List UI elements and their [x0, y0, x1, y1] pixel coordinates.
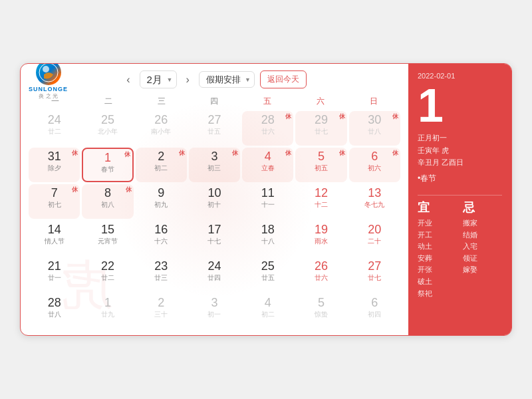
day-cell[interactable]: 10初十	[189, 184, 240, 219]
day-cell[interactable]: 20二十	[349, 221, 400, 255]
holiday-tag: 休	[285, 149, 291, 158]
calendar-header: SUNLONGE 炎 之 光 ‹ 2月 › 假期安排 返回今天	[29, 70, 400, 88]
day-number: 1	[104, 296, 111, 311]
day-number: 28	[261, 113, 275, 128]
day-cell[interactable]: 28廿八	[29, 294, 80, 329]
day-cell[interactable]: 27廿七	[349, 257, 400, 292]
day-cell[interactable]: 休3初三	[189, 148, 240, 182]
day-cell[interactable]: 9初九	[136, 184, 187, 219]
holiday-tag: 休	[72, 186, 78, 194]
day-number: 6	[371, 150, 378, 164]
day-cell[interactable]: 24廿二	[29, 111, 80, 146]
day-number: 13	[368, 186, 381, 201]
day-number: 12	[315, 186, 328, 201]
day-cell[interactable]: 16十六	[136, 221, 187, 255]
day-cell[interactable]: 18十八	[242, 221, 293, 255]
day-cell[interactable]: 26南小年	[136, 111, 187, 146]
day-cell[interactable]: 休6初六	[349, 148, 400, 182]
day-cell[interactable]: 休2初二	[136, 148, 187, 182]
day-cell[interactable]: 休7初七	[29, 184, 80, 219]
day-cell[interactable]: 1廿九	[82, 294, 133, 329]
day-lunar: 初七	[48, 201, 61, 209]
day-cell[interactable]: 21廿一	[29, 257, 80, 292]
day-lunar: 情人节	[45, 237, 65, 245]
month-select[interactable]: 2月	[140, 70, 177, 88]
holiday-select[interactable]: 假期安排	[199, 71, 255, 88]
next-month-button[interactable]: ›	[182, 72, 194, 87]
day-cell[interactable]: 5惊蛰	[295, 294, 346, 329]
holiday-select-wrap: 假期安排	[199, 71, 255, 88]
day-lunar: 北小年	[98, 128, 118, 136]
day-lunar: 冬七九	[364, 201, 384, 209]
day-cell[interactable]: 休31除夕	[29, 148, 80, 182]
day-cell[interactable]: 22廿二	[82, 257, 133, 292]
day-lunar: 初一	[207, 311, 221, 319]
day-cell[interactable]: 休8初八	[82, 184, 133, 219]
holiday-tag: 休	[392, 149, 398, 158]
lunar-line3: 辛丑月 乙酉日	[418, 156, 502, 169]
logo-circle	[36, 64, 61, 85]
day-cell[interactable]: 6初四	[349, 294, 400, 329]
day-cell[interactable]: 4初二	[242, 294, 293, 329]
day-cell[interactable]: 2三十	[136, 294, 187, 329]
day-lunar: 初十	[207, 201, 221, 209]
days-grid: 24廿二25北小年26南小年27廿五休28廿六休29廿七休30廿八休31除夕休1…	[29, 111, 400, 329]
weekday-sun: 日	[347, 94, 400, 109]
day-cell[interactable]: 17十七	[189, 221, 240, 255]
day-number: 26	[315, 259, 328, 274]
day-number: 1	[104, 151, 111, 166]
ji-items: 搬家结婚入宅领证嫁娶	[463, 217, 503, 276]
day-number: 29	[315, 113, 328, 128]
day-cell[interactable]: 13冬七九	[349, 184, 400, 219]
calendar-main: 虎 SUNLONGE 炎 之 光 ‹ 2月 ›	[21, 64, 408, 335]
sidebar-date: 2022-02-01	[418, 72, 502, 80]
day-lunar: 初九	[154, 201, 168, 209]
day-cell[interactable]: 19雨水	[295, 221, 346, 255]
day-lunar: 十六	[154, 237, 168, 245]
day-number: 21	[48, 259, 61, 274]
day-lunar: 初二	[261, 311, 275, 319]
day-lunar: 十一	[261, 201, 275, 209]
day-cell[interactable]: 27廿五	[189, 111, 240, 146]
day-number: 24	[48, 113, 61, 128]
day-cell[interactable]: 12十二	[295, 184, 346, 219]
day-cell[interactable]: 休1春节	[82, 148, 133, 182]
day-number: 25	[261, 259, 275, 274]
ji-item: 搬家	[463, 217, 503, 229]
ji-column: 忌 搬家结婚入宅领证嫁娶	[463, 200, 503, 299]
weekday-thu: 四	[188, 94, 241, 109]
day-lunar: 廿七	[368, 274, 381, 282]
day-cell[interactable]: 15元宵节	[82, 221, 133, 255]
holiday-tag: 休	[126, 186, 132, 194]
day-number: 2	[158, 150, 164, 164]
day-cell[interactable]: 休28廿六	[242, 111, 293, 146]
svg-point-1	[43, 66, 49, 72]
day-cell[interactable]: 休30廿八	[349, 111, 400, 146]
sidebar: 2022-02-01 1 正月初一 壬寅年 虎 辛丑月 乙酉日 •春节 宜 开业…	[408, 64, 511, 335]
day-cell[interactable]: 11十一	[242, 184, 293, 219]
day-cell[interactable]: 14情人节	[29, 221, 80, 255]
day-cell[interactable]: 23廿三	[136, 257, 187, 292]
day-cell[interactable]: 25廿五	[242, 257, 293, 292]
day-lunar: 廿八	[48, 311, 61, 319]
day-cell[interactable]: 26廿六	[295, 257, 346, 292]
day-cell[interactable]: 休5初五	[295, 148, 346, 182]
prev-month-button[interactable]: ‹	[122, 72, 134, 87]
day-lunar: 初二	[154, 164, 168, 172]
day-cell[interactable]: 3初一	[189, 294, 240, 329]
yi-items: 开业开工动土安葬开张破土祭祀	[418, 217, 458, 299]
yi-item: 开张	[418, 264, 458, 276]
yi-column: 宜 开业开工动土安葬开张破土祭祀	[418, 200, 458, 299]
day-cell[interactable]: 休29廿七	[295, 111, 346, 146]
yi-item: 安葬	[418, 253, 458, 265]
sidebar-festival: •春节	[418, 173, 502, 184]
day-number: 15	[101, 223, 114, 237]
lunar-line2: 壬寅年 虎	[418, 144, 502, 157]
day-cell[interactable]: 休4立春	[242, 148, 293, 182]
day-cell[interactable]: 25北小年	[82, 111, 133, 146]
day-cell[interactable]: 24廿四	[189, 257, 240, 292]
return-today-button[interactable]: 返回今天	[260, 70, 307, 88]
weekday-fri: 五	[241, 94, 294, 109]
divider	[418, 195, 502, 196]
day-lunar: 雨水	[315, 237, 328, 245]
